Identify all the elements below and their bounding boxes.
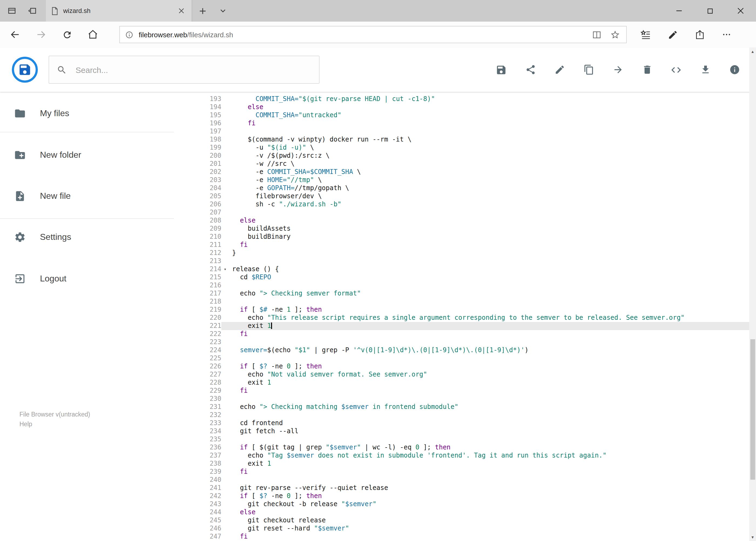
code-line[interactable]: 209 buildAssets [174, 225, 749, 233]
code-line[interactable]: 228 exit 1 [174, 379, 749, 387]
code-line[interactable]: 233 cd frontend [174, 419, 749, 427]
code-line[interactable]: 237 echo "Tag $semver does not exist in … [174, 452, 749, 460]
help-link[interactable]: Help [19, 419, 90, 429]
share-page-button[interactable] [686, 22, 713, 48]
raw-code-button[interactable] [665, 59, 687, 81]
code-line[interactable]: 224 semver=$(echo "$1" | grep -P '^v(0|[… [174, 346, 749, 354]
sidebar-item-my-files[interactable]: My files [0, 96, 174, 131]
tab-close-button[interactable] [176, 6, 186, 16]
code-editor[interactable]: 193 COMMIT_SHA="$(git rev-parse HEAD | c… [174, 92, 749, 541]
scroll-down-button[interactable]: ▼ [749, 533, 756, 541]
code-line[interactable]: 199 -u "$(id -u)" \ [174, 144, 749, 152]
code-line[interactable]: 198 $(command -v winpty) docker run --rm… [174, 136, 749, 144]
site-info-icon[interactable] [125, 31, 133, 39]
code-line[interactable]: 203 -e HOME="//tmp" \ [174, 176, 749, 184]
save-button[interactable] [490, 59, 512, 81]
code-line[interactable]: 221 exit 1 [174, 322, 749, 330]
back-button[interactable] [2, 22, 28, 48]
code-line[interactable]: 231 echo "> Checking matching $semver in… [174, 403, 749, 411]
code-line[interactable]: 242 if [ $? -ne 0 ]; then [174, 492, 749, 500]
rename-button[interactable] [549, 59, 570, 81]
code-line[interactable]: 216 [174, 281, 749, 289]
code-line[interactable]: 208 else [174, 217, 749, 225]
code-line[interactable]: 217 echo "> Checking semver format" [174, 289, 749, 297]
sidebar-item-new-file[interactable]: New file [0, 179, 174, 214]
code-line[interactable]: 239 fi [174, 468, 749, 476]
sidebar-item-logout[interactable]: Logout [0, 262, 174, 296]
sidebar-item-new-folder[interactable]: New folder [0, 138, 174, 172]
code-line[interactable]: 241 git rev-parse --verify --quiet relea… [174, 484, 749, 492]
code-line[interactable]: 232 [174, 411, 749, 419]
code-line[interactable]: 195 COMMIT_SHA="untracked" [174, 111, 749, 119]
page-scrollbar[interactable]: ▲ ▼ [749, 48, 756, 541]
delete-button[interactable] [636, 59, 658, 81]
more-actions-button[interactable] [713, 22, 740, 48]
code-line[interactable]: 206 sh -c "./wizard.sh -b" [174, 201, 749, 209]
code-line[interactable]: 205 filebrowser/dev \ [174, 192, 749, 201]
code-line[interactable]: 245 git checkout release [174, 516, 749, 525]
code-line[interactable]: 204 -e GOPATH=//tmp/gopath \ [174, 184, 749, 192]
code-line[interactable]: 225 [174, 354, 749, 362]
minimize-button[interactable] [664, 0, 694, 22]
move-button[interactable] [607, 59, 629, 81]
code-line[interactable]: 218 [174, 297, 749, 306]
code-line[interactable]: 202 -e COMMIT_SHA=$COMMIT_SHA \ [174, 168, 749, 176]
reading-view-button[interactable] [587, 26, 606, 43]
fold-marker-icon[interactable]: ▾ [221, 265, 229, 273]
download-button[interactable] [694, 59, 716, 81]
code-line[interactable]: 244 else [174, 508, 749, 516]
refresh-button[interactable] [54, 22, 80, 48]
code-line[interactable]: 240 [174, 476, 749, 484]
code-line[interactable]: 212} [174, 249, 749, 257]
web-note-button[interactable] [659, 22, 686, 48]
code-line[interactable]: 238 exit 1 [174, 460, 749, 468]
code-line[interactable]: 214▾release () { [174, 265, 749, 273]
forward-button[interactable] [28, 22, 54, 48]
code-line[interactable]: 193 COMMIT_SHA="$(git rev-parse HEAD | c… [174, 95, 749, 103]
code-line[interactable]: 197 [174, 128, 749, 136]
copy-button[interactable] [578, 59, 600, 81]
code-line[interactable]: 236 if [ $(git tag | grep "$semver" | wc… [174, 443, 749, 452]
new-tab-button[interactable] [192, 0, 213, 22]
code-line[interactable]: 246 git reset --hard "$semver" [174, 525, 749, 533]
code-line[interactable]: 235 [174, 435, 749, 443]
code-line[interactable]: 211 fi [174, 241, 749, 249]
code-line[interactable]: 207 [174, 209, 749, 217]
maximize-button[interactable] [694, 0, 725, 22]
search-box[interactable] [49, 56, 320, 84]
code-line[interactable]: 200 -v /$(pwd):/src:z \ [174, 152, 749, 160]
code-line[interactable]: 243 git checkout -b release "$semver" [174, 500, 749, 508]
app-logo[interactable] [12, 57, 38, 83]
code-line[interactable]: 229 fi [174, 387, 749, 395]
browser-tab[interactable]: wizard.sh [46, 0, 192, 22]
code-line[interactable]: 194 else [174, 103, 749, 111]
code-line[interactable]: 226 if [ $? -ne 0 ]; then [174, 362, 749, 370]
code-line[interactable]: 196 fi [174, 119, 749, 128]
info-button[interactable] [724, 59, 745, 81]
code-line[interactable]: 227 echo "Not valid semver format. See s… [174, 370, 749, 379]
scroll-up-button[interactable]: ▲ [749, 48, 756, 55]
close-window-button[interactable] [725, 0, 756, 22]
search-input[interactable] [75, 65, 319, 75]
code-line[interactable]: 222 fi [174, 330, 749, 338]
add-favorite-button[interactable] [606, 26, 624, 43]
code-line[interactable]: 247 fi [174, 533, 749, 541]
scrollbar-thumb[interactable] [750, 339, 755, 480]
sidebar-item-settings[interactable]: Settings [0, 220, 174, 255]
code-line[interactable]: 210 buildBinary [174, 233, 749, 241]
set-aside-tabs-button[interactable] [22, 0, 43, 22]
hub-favorites-button[interactable] [632, 22, 659, 48]
tab-actions-button[interactable] [213, 0, 233, 22]
code-line[interactable]: 215 cd $REPO [174, 273, 749, 281]
code-line[interactable]: 230 [174, 395, 749, 403]
share-button[interactable] [520, 59, 541, 81]
home-button[interactable] [80, 22, 106, 48]
code-line[interactable]: 201 -w //src \ [174, 160, 749, 168]
address-bar[interactable]: filebrowser.web/files/wizard.sh [119, 26, 627, 43]
code-line[interactable]: 213 [174, 257, 749, 265]
code-line[interactable]: 223 [174, 338, 749, 346]
tab-preview-button[interactable] [2, 0, 22, 22]
code-line[interactable]: 219 if [ $# -ne 1 ]; then [174, 306, 749, 314]
code-line[interactable]: 220 echo "This release script requires a… [174, 314, 749, 322]
code-line[interactable]: 234 git fetch --all [174, 427, 749, 435]
